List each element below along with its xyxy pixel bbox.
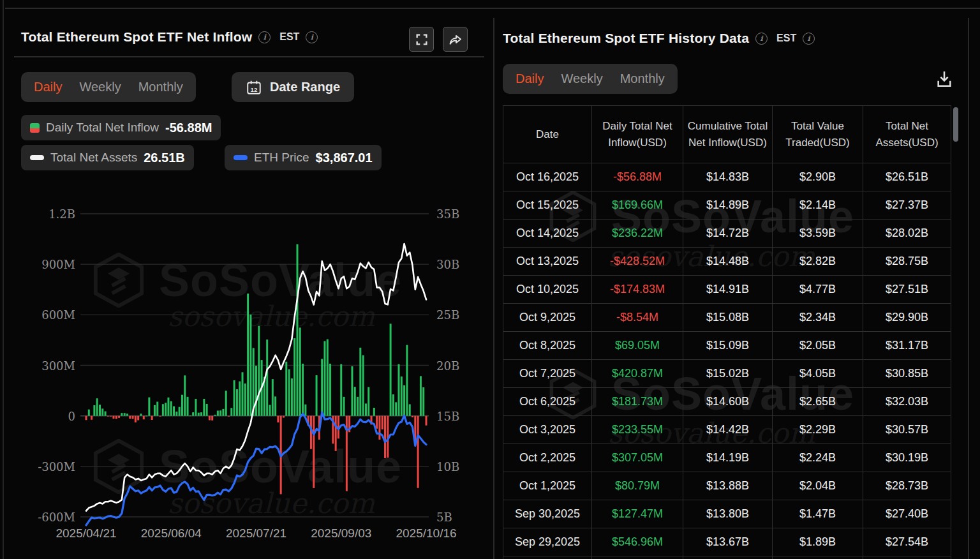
table-row[interactable]: Oct 8,2025$69.05M$15.09B$2.05B$31.17B (503, 332, 951, 360)
inflow-bar-positive (285, 362, 287, 416)
net-inflow-combo-chart[interactable]: 1.2B35B900M30B600M25B300M20B015B-300M10B… (5, 198, 493, 559)
table-row[interactable]: Oct 15,2025$169.66M$14.89B$2.14B$27.37B (503, 191, 951, 220)
cell-value: $2.04B (773, 472, 863, 500)
left-axis-tick: -600M (38, 511, 75, 524)
info-icon[interactable]: i (803, 33, 815, 45)
inflow-bar-negative (211, 416, 213, 421)
tab-monthly[interactable]: Monthly (138, 80, 183, 94)
table-row[interactable]: Oct 13,2025-$428.52M$14.48B$2.82B$28.75B (503, 248, 951, 276)
cell-value: $14.42B (683, 416, 773, 444)
left-axis-tick: 1.2B (48, 207, 75, 221)
table-row[interactable]: Oct 10,2025-$174.83M$14.91B$4.77B$27.51B (503, 276, 951, 304)
inflow-bar-positive (354, 387, 356, 415)
table-row[interactable]: Sep 26,2025-$248.31M$13.12B$2.10B$26.01B (503, 556, 951, 559)
inflow-bar-positive (329, 364, 331, 416)
tab-weekly[interactable]: Weekly (79, 80, 121, 94)
column-header: Total Value Traded(USD) (773, 106, 863, 163)
cell-value: $14.48B (683, 248, 773, 276)
table-row[interactable]: Oct 2,2025$307.05M$14.19B$2.24B$30.19B (503, 444, 951, 472)
cell-value: $15.02B (683, 360, 773, 388)
cell-date: Oct 2,2025 (503, 444, 592, 472)
table-row[interactable]: Oct 1,2025$80.79M$13.88B$2.04B$28.73B (503, 472, 951, 500)
inflow-bar-positive (234, 380, 235, 416)
net-inflow-chart-panel: Total Ethereum Spot ETF Net Inflow i EST… (5, 18, 493, 559)
inflow-bar-positive (179, 407, 181, 416)
table-row[interactable]: Sep 30,2025$127.47M$13.80B$1.47B$27.40B (503, 500, 951, 528)
inflow-bar-positive (225, 391, 227, 415)
legend-total-net-assets[interactable]: Total Net Assets 26.51B (21, 145, 194, 170)
table-row[interactable]: Sep 29,2025$546.96M$13.67B$1.89B$27.54B (503, 528, 951, 556)
info-icon[interactable]: i (306, 31, 318, 43)
share-button[interactable] (443, 27, 468, 52)
cell-value: $13.80B (683, 500, 773, 528)
cell-value: $26.51B (863, 163, 951, 191)
fullscreen-button[interactable] (409, 27, 434, 52)
cell-value: $30.19B (863, 444, 951, 472)
cell-date: Oct 13,2025 (503, 248, 592, 276)
cell-date: Oct 6,2025 (503, 388, 592, 416)
inflow-bar-positive (88, 410, 90, 416)
cell-value: $27.40B (863, 500, 951, 528)
table-title: Total Ethereum Spot ETF History Data (503, 31, 749, 46)
legend-daily-net-inflow[interactable]: Daily Total Net Inflow -56.88M (21, 115, 221, 140)
legend-eth-price[interactable]: ETH Price $3,867.01 (225, 145, 382, 170)
history-table[interactable]: DateDaily Total Net Inflow(USD)Cumulativ… (503, 105, 951, 559)
table-row[interactable]: Oct 6,2025$181.73M$14.60B$2.65B$32.03B (503, 388, 951, 416)
cell-value: $14.60B (683, 388, 773, 416)
cell-value: $28.73B (863, 472, 951, 500)
right-axis-tick: 10B (436, 460, 459, 473)
right-axis-tick: 5B (436, 511, 452, 524)
inflow-bar-positive (105, 412, 107, 416)
tab-monthly[interactable]: Monthly (620, 71, 665, 86)
tab-weekly[interactable]: Weekly (561, 71, 602, 86)
inflow-bar-positive (359, 348, 361, 416)
cell-value: $14.72B (683, 220, 773, 248)
info-icon[interactable]: i (258, 31, 271, 43)
table-row[interactable]: Oct 9,2025-$8.54M$15.08B$2.34B$29.90B (503, 304, 951, 332)
right-axis-tick: 25B (436, 308, 459, 322)
inflow-bar-positive (327, 339, 329, 416)
inflow-bar-positive (403, 385, 405, 416)
blue-dash-icon (234, 155, 248, 160)
inflow-bar-positive (357, 397, 359, 416)
cell-value: $14.91B (683, 276, 773, 304)
table-row[interactable]: Oct 7,2025$420.87M$15.02B$4.05B$30.85B (503, 360, 951, 388)
inflow-bar-positive (184, 375, 186, 415)
cell-date: Sep 29,2025 (503, 528, 592, 556)
inflow-bar-positive (154, 405, 156, 416)
inflow-bar-positive (247, 294, 249, 416)
inflow-bar-positive (288, 369, 290, 416)
inflow-bar-positive (195, 399, 197, 416)
cell-value: $13.12B (683, 556, 773, 559)
download-button[interactable] (934, 69, 954, 92)
inflow-bar-positive (274, 396, 276, 415)
inflow-bar-positive (189, 415, 191, 416)
info-icon[interactable]: i (755, 33, 768, 45)
inflow-bar-positive (321, 359, 323, 415)
table-row[interactable]: Oct 14,2025$236.22M$14.72B$3.59B$28.02B (503, 220, 951, 248)
tab-daily[interactable]: Daily (34, 80, 62, 94)
cell-date: Oct 10,2025 (503, 276, 592, 304)
inflow-bar-positive (198, 413, 200, 416)
table-row[interactable]: Oct 16,2025-$56.88M$14.83B$2.90B$26.51B (503, 163, 951, 191)
cell-value: $14.19B (683, 444, 773, 472)
inflow-bar-positive (214, 415, 216, 416)
cell-value: $28.02B (863, 220, 951, 248)
left-axis-tick: 900M (41, 258, 75, 271)
svg-text:12: 12 (251, 86, 258, 93)
inflow-bar-positive (422, 387, 424, 416)
date-range-button[interactable]: 12 Date Range (232, 72, 354, 102)
cell-value: $127.47M (592, 500, 683, 528)
cell-value: $2.82B (773, 248, 863, 276)
inflow-bar-negative (85, 416, 87, 421)
eth-price-line (86, 412, 426, 525)
table-panel-header: Total Ethereum Spot ETF History Data i E… (503, 31, 815, 46)
table-scrollbar[interactable] (953, 107, 958, 142)
table-row[interactable]: Oct 3,2025$233.55M$14.42B$2.29B$30.57B (503, 416, 951, 444)
cell-value: -$56.88M (592, 163, 683, 191)
tab-daily[interactable]: Daily (516, 71, 544, 86)
x-axis-tick: 2025/09/03 (311, 526, 371, 540)
cell-value: $27.54B (863, 528, 951, 556)
cell-date: Sep 30,2025 (503, 500, 592, 528)
inflow-bar-positive (175, 412, 177, 416)
